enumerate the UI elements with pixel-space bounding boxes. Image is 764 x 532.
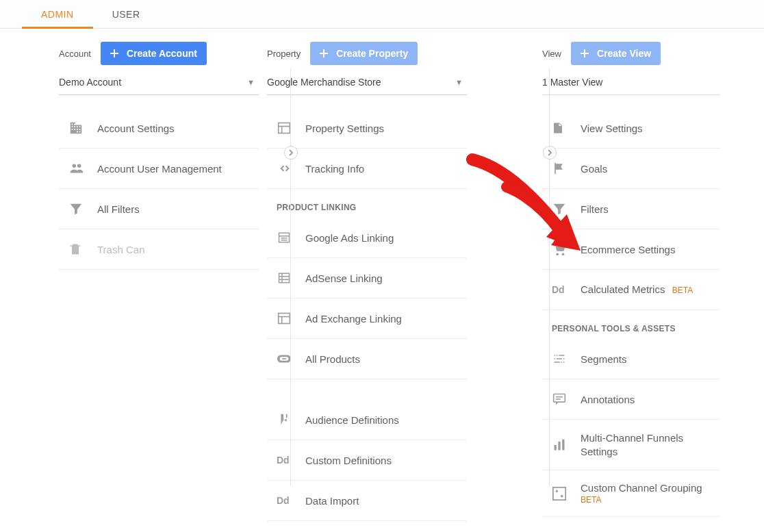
- file-icon: [552, 120, 571, 136]
- funnel-icon: [552, 201, 571, 217]
- panel-icon: [277, 310, 296, 327]
- svg-text:Dd: Dd: [277, 495, 290, 506]
- create-view-label: Create View: [597, 48, 651, 59]
- item-label: Ad Exchange Linking: [305, 313, 402, 325]
- item-label: View Settings: [581, 123, 643, 134]
- item-filters[interactable]: Filters: [542, 189, 720, 229]
- item-label: All Products: [305, 353, 360, 365]
- caret-down-icon: ▼: [455, 78, 463, 86]
- grouping-icon: [552, 485, 571, 502]
- item-label: Segments: [581, 353, 627, 365]
- svg-rect-18: [282, 358, 286, 359]
- item-all-filters[interactable]: All Filters: [59, 189, 259, 229]
- item-view-settings[interactable]: View Settings: [542, 109, 720, 149]
- create-property-label: Create Property: [336, 48, 408, 59]
- item-trash-can[interactable]: Trash Can: [59, 229, 259, 270]
- item-custom-alerts[interactable]: Custom Alerts: [542, 517, 720, 532]
- svg-text:Dd: Dd: [552, 284, 565, 295]
- expander-account[interactable]: [284, 146, 298, 160]
- segments-icon: [552, 351, 571, 367]
- item-label: AdSense Linking: [305, 273, 383, 284]
- item-account-settings[interactable]: Account Settings: [59, 109, 259, 149]
- plus-icon: [317, 47, 331, 60]
- property-label: Property: [267, 49, 301, 59]
- item-label: Calculated Metrics: [581, 283, 665, 295]
- item-annotations[interactable]: Annotations: [542, 379, 720, 420]
- create-account-button[interactable]: Create Account: [101, 42, 207, 65]
- account-header: Account Create Account: [59, 41, 260, 66]
- funnel-icon: [68, 201, 88, 217]
- item-property-settings[interactable]: Property Settings: [267, 109, 467, 149]
- dd-icon: Dd: [277, 492, 296, 509]
- svg-text:Dd: Dd: [277, 455, 290, 466]
- beta-badge: BETA: [672, 286, 693, 295]
- create-account-label: Create Account: [127, 48, 197, 59]
- item-label: Property Settings: [305, 123, 384, 134]
- svg-rect-30: [553, 487, 565, 499]
- cart-icon: [552, 241, 571, 257]
- account-column: Account Create Account Demo Account ▼ Ac…: [0, 41, 260, 532]
- svg-point-1: [77, 164, 81, 168]
- item-custom-channel-grouping[interactable]: Custom Channel Grouping BETA: [542, 470, 720, 517]
- account-label: Account: [59, 49, 91, 59]
- account-selector[interactable]: Demo Account ▼: [59, 70, 259, 95]
- create-view-button[interactable]: Create View: [571, 42, 661, 65]
- item-label: Audience Definitions: [305, 414, 399, 426]
- account-selected: Demo Account: [59, 77, 121, 88]
- create-property-button[interactable]: Create Property: [310, 42, 418, 65]
- divider-property-view: [549, 68, 550, 486]
- item-label: Tracking Info: [305, 163, 364, 175]
- tab-user[interactable]: USER: [93, 0, 160, 28]
- view-item-list: View Settings Goals Filters Ecommerce Se…: [542, 109, 720, 532]
- item-label: Account Settings: [97, 123, 175, 134]
- plus-icon: [107, 47, 121, 60]
- item-adsense-linking[interactable]: AdSense Linking: [267, 258, 467, 299]
- view-column: View Create View 1 Master View View Sett…: [520, 41, 760, 532]
- comment-icon: [552, 391, 571, 407]
- megaphone-icon: [552, 529, 571, 532]
- link-icon: [277, 351, 296, 367]
- item-label: Google Ads Linking: [305, 232, 394, 244]
- svg-rect-24: [554, 394, 565, 403]
- item-label: Account User Management: [97, 163, 222, 175]
- beta-badge: BETA: [581, 495, 702, 505]
- item-goals[interactable]: Goals: [542, 149, 720, 189]
- plus-icon: [578, 47, 591, 60]
- dd-icon: Dd: [277, 452, 296, 468]
- item-label: Annotations: [581, 394, 635, 405]
- view-selector[interactable]: 1 Master View: [542, 70, 720, 95]
- item-segments[interactable]: Segments: [542, 339, 720, 379]
- svg-point-21: [556, 253, 559, 256]
- item-label: Custom Channel Grouping: [581, 482, 702, 494]
- people-icon: [68, 160, 88, 177]
- item-multi-channel-funnels[interactable]: Multi-Channel Funnels Settings: [542, 420, 720, 470]
- property-column: Property Create Property Google Merchand…: [260, 41, 520, 532]
- table-icon: [277, 270, 296, 286]
- item-audience-definitions[interactable]: Audience Definitions: [267, 400, 467, 440]
- expander-property[interactable]: [543, 146, 557, 160]
- list-icon: [277, 229, 296, 246]
- item-all-products[interactable]: All Products: [267, 339, 467, 379]
- flag-icon: [552, 160, 571, 177]
- bar-chart-icon: [552, 437, 571, 453]
- top-tabs: ADMIN USER: [0, 0, 764, 29]
- item-calculated-metrics[interactable]: Dd Calculated Metrics BETA: [542, 270, 720, 310]
- svg-rect-9: [279, 273, 290, 283]
- tab-admin[interactable]: ADMIN: [22, 0, 93, 28]
- item-label: Filters: [581, 203, 609, 215]
- property-selector[interactable]: Google Merchandise Store ▼: [267, 70, 467, 95]
- property-item-list: Property Settings Tracking Info PRODUCT …: [267, 109, 467, 521]
- panel-icon: [277, 120, 296, 136]
- audience-icon: [277, 411, 296, 428]
- item-custom-definitions[interactable]: Dd Custom Definitions: [267, 440, 467, 481]
- view-label: View: [542, 49, 561, 59]
- building-icon: [68, 120, 88, 136]
- svg-point-22: [562, 253, 565, 256]
- item-ecommerce-settings[interactable]: Ecommerce Settings: [542, 229, 720, 270]
- item-data-import[interactable]: Dd Data Import: [267, 481, 467, 521]
- item-account-user-management[interactable]: Account User Management: [59, 149, 259, 189]
- caret-down-icon: ▼: [247, 78, 255, 86]
- item-google-ads-linking[interactable]: Google Ads Linking: [267, 218, 467, 258]
- item-ad-exchange-linking[interactable]: Ad Exchange Linking: [267, 299, 467, 339]
- item-label: Goals: [581, 163, 607, 175]
